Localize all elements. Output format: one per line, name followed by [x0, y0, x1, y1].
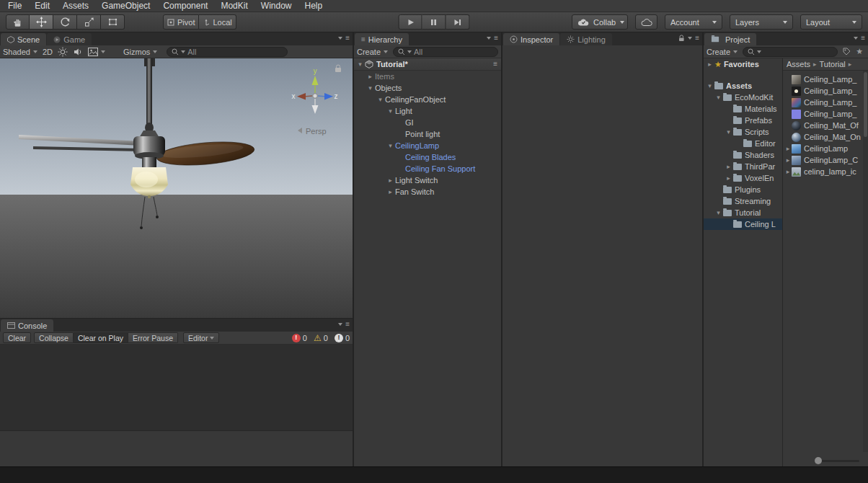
move-tool-button[interactable]: [30, 14, 53, 30]
tab-scene[interactable]: Scene: [1, 33, 46, 45]
folder-shaders[interactable]: Shaders: [704, 149, 782, 161]
scene-panel-menu[interactable]: ≡: [338, 35, 350, 42]
editor-dropdown[interactable]: Editor: [183, 332, 219, 343]
folder-tutorial[interactable]: ▾ Tutorial: [704, 207, 782, 218]
cloud-services-button[interactable]: [635, 14, 657, 30]
console-detail-area[interactable]: [0, 430, 353, 466]
hierarchy-item-fan-switch[interactable]: ▸ Fan Switch: [354, 186, 501, 198]
scene-menu-icon[interactable]: ≡: [493, 61, 501, 68]
collapse-toggle[interactable]: Collapse: [34, 332, 74, 343]
layers-dropdown[interactable]: Layers: [730, 14, 793, 30]
expand-arrow[interactable]: ▾: [366, 85, 375, 92]
console-panel-menu[interactable]: ≡: [338, 321, 350, 328]
hierarchy-item-point-light[interactable]: Point light: [354, 128, 501, 140]
folder-editor[interactable]: Editor: [704, 138, 782, 149]
expand-arrow[interactable]: ▾: [714, 210, 723, 216]
menu-assets[interactable]: Assets: [56, 0, 95, 12]
asset-file[interactable]: Ceiling_Mat_On: [783, 131, 868, 143]
play-button[interactable]: [399, 14, 422, 30]
icon-size-slider[interactable]: [815, 460, 859, 462]
menu-window[interactable]: Window: [254, 0, 298, 12]
hand-tool-button[interactable]: [6, 14, 30, 30]
scene-header-row[interactable]: ▾ Tutorial* ≡: [354, 58, 501, 71]
menu-modkit[interactable]: ModKit: [214, 0, 254, 12]
expand-arrow[interactable]: ▾: [714, 94, 723, 101]
account-dropdown[interactable]: Account: [665, 14, 722, 30]
expand-arrow[interactable]: ▸: [366, 74, 375, 80]
folder-plugins[interactable]: Plugins: [704, 184, 782, 195]
folder-assets[interactable]: ▾ Assets: [704, 80, 782, 92]
pivot-toggle[interactable]: Pivot: [163, 14, 199, 30]
console-log-list[interactable]: [0, 345, 353, 430]
expand-arrow[interactable]: ▸: [386, 189, 395, 195]
inspector-panel-menu[interactable]: ≡: [678, 35, 699, 42]
folder-scripts[interactable]: ▾ Scripts: [704, 126, 782, 138]
hierarchy-search-input[interactable]: All: [393, 47, 498, 57]
search-by-type-icon[interactable]: [843, 48, 851, 56]
tab-inspector[interactable]: Inspector: [503, 33, 559, 45]
menu-component[interactable]: Component: [156, 0, 214, 12]
scene-search-input[interactable]: All: [167, 47, 288, 57]
expand-arrow[interactable]: ▸: [724, 175, 733, 182]
asset-file[interactable]: Ceiling_Mat_Of: [783, 120, 868, 131]
tab-game[interactable]: Game: [47, 33, 92, 45]
hierarchy-panel-menu[interactable]: ≡: [487, 35, 498, 42]
hierarchy-item-objects[interactable]: ▾ Objects: [354, 82, 501, 94]
breadcrumb-assets[interactable]: Assets: [787, 60, 810, 68]
scene-viewport[interactable]: y x z Persp: [0, 58, 353, 318]
error-count[interactable]: ! 0: [292, 334, 307, 342]
pause-button[interactable]: [422, 14, 446, 30]
rotate-tool-button[interactable]: [53, 14, 77, 30]
rect-tool-button[interactable]: [101, 14, 125, 30]
hierarchy-item-ceiling-fan-support[interactable]: Ceiling Fan Support: [354, 163, 501, 174]
scene-effects-dropdown[interactable]: [88, 48, 105, 56]
expand-arrow[interactable]: ▸: [386, 177, 395, 184]
project-create-dropdown[interactable]: Create: [707, 48, 738, 56]
menu-file[interactable]: File: [1, 0, 28, 12]
layout-dropdown[interactable]: Layout: [800, 14, 862, 30]
slider-knob[interactable]: [815, 457, 822, 464]
asset-file[interactable]: Ceiling_Lamp_: [783, 74, 868, 85]
clear-button[interactable]: Clear: [3, 332, 31, 343]
expand-arrow[interactable]: ▸: [784, 146, 792, 152]
asset-file[interactable]: Ceiling_Lamp_: [783, 108, 868, 120]
expand-arrow[interactable]: ▾: [705, 83, 714, 89]
hierarchy-item-light[interactable]: ▾ Light: [354, 105, 501, 117]
asset-file[interactable]: ▸ CeilingLamp_C: [783, 154, 868, 166]
folder-ceiling-lamp[interactable]: Ceiling L: [704, 218, 782, 230]
folder-materials[interactable]: Materials: [704, 103, 782, 115]
project-search-input[interactable]: [743, 47, 838, 57]
hierarchy-create-dropdown[interactable]: Create: [357, 48, 388, 56]
shaded-dropdown[interactable]: Shaded: [3, 48, 37, 56]
hierarchy-item-light-switch[interactable]: ▸ Light Switch: [354, 174, 501, 186]
hierarchy-item-ceilinglamp[interactable]: ▾ CeilingLamp: [354, 140, 501, 151]
expand-arrow[interactable]: ▾: [386, 143, 395, 149]
expand-arrow[interactable]: ▸: [784, 169, 792, 175]
warning-count[interactable]: ⚠ 0: [314, 334, 328, 342]
asset-file[interactable]: ▸ CeilingLamp: [783, 143, 868, 154]
step-button[interactable]: [446, 14, 470, 30]
expand-arrow[interactable]: ▾: [355, 61, 365, 68]
hierarchy-item-gi[interactable]: GI: [354, 117, 501, 128]
hierarchy-item-items[interactable]: ▸ Items: [354, 71, 501, 82]
expand-arrow[interactable]: ▾: [724, 129, 733, 136]
log-count[interactable]: ! 0: [335, 334, 350, 342]
asset-file[interactable]: Ceiling_Lamp_: [783, 97, 868, 108]
2d-toggle[interactable]: 2D: [43, 48, 53, 56]
hierarchy-item-ceilingfanobject[interactable]: ▾ CeilingFanObject: [354, 94, 501, 105]
hierarchy-item-ceiling-blades[interactable]: Ceiling Blades: [354, 151, 501, 163]
menu-help[interactable]: Help: [298, 0, 329, 12]
folder-streamingassets[interactable]: Streaming: [704, 195, 782, 207]
expand-arrow[interactable]: ▸: [784, 157, 792, 164]
asset-file[interactable]: ▸ celing_lamp_ic: [783, 166, 868, 177]
tab-lighting[interactable]: Lighting: [560, 33, 612, 45]
local-toggle[interactable]: Local: [199, 14, 236, 30]
tab-project[interactable]: Project: [704, 33, 756, 45]
tab-console[interactable]: Console: [1, 319, 53, 332]
expand-arrow[interactable]: ▸: [724, 164, 733, 170]
breadcrumb-tutorial[interactable]: Tutorial: [820, 60, 846, 68]
collab-dropdown[interactable]: Collab: [572, 14, 628, 30]
scene-lighting-toggle[interactable]: [58, 47, 68, 57]
expand-arrow[interactable]: ▾: [376, 97, 385, 103]
gizmos-dropdown[interactable]: Gizmos: [123, 48, 157, 56]
